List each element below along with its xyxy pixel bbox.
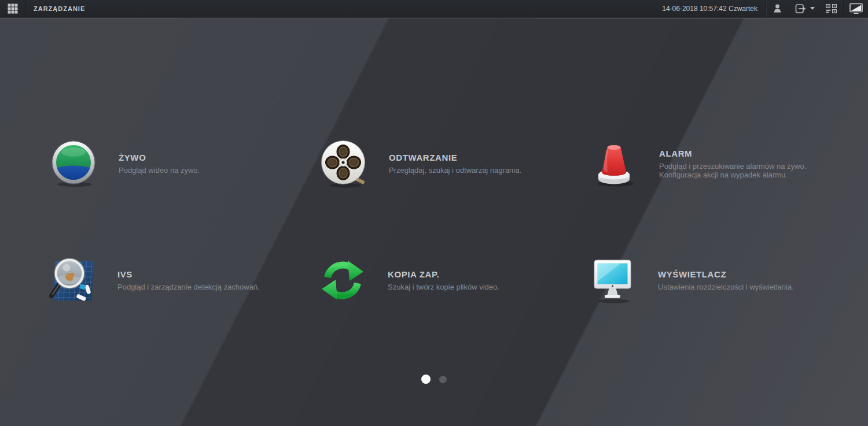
menu-item-backup[interactable]: KOPIA ZAP. Szukaj i twórz kopie plików v… [319, 255, 573, 306]
alarm-icon [590, 139, 638, 188]
menu-item-title: WYŚWIETLACZ [658, 269, 794, 279]
menu-item-desc: Konfiguracja akcji na wypadek alarmu. [659, 171, 806, 179]
menu-item-desc: Podgląd i przeszukiwanie alarmów na żywo… [659, 162, 806, 171]
ivs-icon [49, 255, 96, 305]
playback-icon [320, 139, 367, 188]
display-icon [589, 255, 637, 305]
menu-item-text: ALARM Podgląd i przeszukiwanie alarmów n… [659, 149, 806, 179]
logout-button[interactable] [789, 0, 809, 17]
menu-item-title: ALARM [659, 149, 806, 158]
page-title: ZARZĄDZANIE [34, 5, 85, 12]
menu-item-text: IVS Podgląd i zarządzanie detekcją zacho… [117, 269, 260, 291]
management-home-screen: ZARZĄDZANIE 14-06-2018 10:57:42 Czwartek [0, 0, 868, 426]
apps-menu-button[interactable] [0, 0, 25, 17]
menu-item-text: ODTWARZANIE Przeglądaj, szukaj i odtwarz… [389, 153, 521, 175]
user-account-button[interactable] [766, 0, 789, 17]
logout-options-button[interactable] [809, 0, 819, 17]
top-bar-left: ZARZĄDZANIE [0, 0, 85, 17]
screen-split-button[interactable] [844, 0, 868, 17]
menu-item-title: ŻYWO [119, 153, 200, 162]
menu-item-alarm[interactable]: ALARM Podgląd i przeszukiwanie alarmów n… [590, 138, 845, 189]
menu-item-desc: Podgląd i zarządzanie detekcją zachowań. [117, 283, 260, 291]
menu-item-desc: Ustawienia rozdzielczości i wyświetlania… [658, 283, 794, 291]
menu-item-text: ŻYWO Podgląd wideo na żywo. [119, 153, 200, 175]
main-menu-area: ŻYWO Podgląd wideo na żywo. [0, 18, 868, 426]
apps-grid-icon [8, 3, 18, 14]
chevron-down-icon [810, 7, 815, 10]
user-icon [773, 3, 782, 13]
menu-item-ivs[interactable]: IVS Podgląd i zarządzanie detekcją zacho… [49, 255, 303, 306]
datetime-display: 14-06-2018 10:57:42 Czwartek [662, 5, 766, 13]
page-dot-2[interactable] [439, 376, 447, 383]
page-dot-1[interactable] [421, 375, 431, 384]
pagination [0, 375, 868, 384]
menu-item-text: WYŚWIETLACZ Ustawienia rozdzielczości i … [658, 269, 794, 291]
menu-item-title: IVS [117, 269, 260, 279]
live-view-icon [50, 139, 97, 188]
logout-icon [795, 3, 807, 14]
menu-item-desc: Szukaj i twórz kopie plików video. [388, 283, 499, 291]
menu-item-desc: Podgląd wideo na żywo. [119, 166, 200, 175]
menu-item-live[interactable]: ŻYWO Podgląd wideo na żywo. [50, 138, 304, 189]
menu-item-playback[interactable]: ODTWARZANIE Przeglądaj, szukaj i odtwarz… [320, 138, 575, 189]
menu-item-desc: Przeglądaj, szukaj i odtwarzaj nagrania. [389, 166, 521, 175]
menu-item-display[interactable]: WYŚWIETLACZ Ustawienia rozdzielczości i … [589, 255, 844, 306]
top-bar: ZARZĄDZANIE 14-06-2018 10:57:42 Czwartek [0, 0, 868, 17]
screen-split-icon [849, 3, 863, 14]
top-bar-right: 14-06-2018 10:57:42 Czwartek [662, 0, 868, 17]
backup-icon [319, 255, 366, 305]
qr-code-button[interactable] [819, 0, 843, 17]
menu-item-text: KOPIA ZAP. Szukaj i twórz kopie plików v… [388, 269, 499, 291]
qr-code-icon [826, 4, 837, 13]
menu-item-title: ODTWARZANIE [389, 153, 521, 162]
menu-item-title: KOPIA ZAP. [388, 269, 499, 279]
